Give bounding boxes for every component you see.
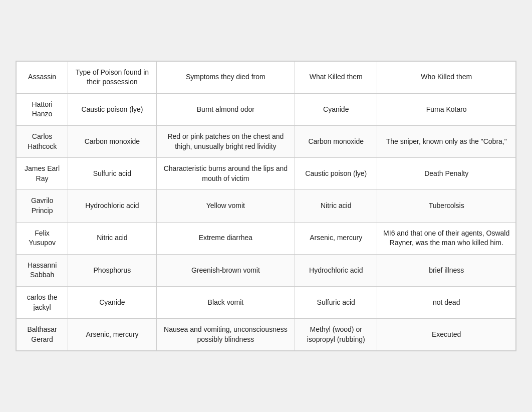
- cell-assassin: James Earl Ray: [17, 158, 68, 190]
- table-row: Gavrilo PrincipHydrochloric acidYellow v…: [17, 190, 516, 222]
- cell-who: Tubercolsis: [377, 190, 516, 222]
- cell-who: brief illness: [377, 254, 516, 286]
- cell-killed_by: Caustic poison (lye): [295, 158, 377, 190]
- table-row: Felix YusupovNitric acidExtreme diarrhea…: [17, 222, 516, 254]
- cell-assassin: Balthasar Gerard: [17, 319, 68, 351]
- cell-assassin: carlos the jackyl: [17, 286, 68, 318]
- cell-killed_by: Carbon monoxide: [295, 126, 377, 158]
- cell-killed_by: Sulfuric acid: [295, 286, 377, 318]
- cell-assassin: Hassanni Sabbah: [17, 254, 68, 286]
- cell-killed_by: Arsenic, mercury: [295, 222, 377, 254]
- header-killed-by: What Killed them: [295, 61, 377, 93]
- cell-poison: Hydrochloric acid: [68, 190, 157, 222]
- table-row: carlos the jackylCyanideBlack vomitSulfu…: [17, 286, 516, 318]
- cell-poison: Arsenic, mercury: [68, 319, 157, 351]
- cell-symptoms: Greenish-brown vomit: [156, 254, 295, 286]
- cell-killed_by: Methyl (wood) or isopropyl (rubbing): [295, 319, 377, 351]
- table-row: Carlos HathcockCarbon monoxideRed or pin…: [17, 126, 516, 158]
- cell-poison: Carbon monoxide: [68, 126, 157, 158]
- assassins-table: Assassin Type of Poison found in their p…: [16, 61, 516, 351]
- cell-assassin: Carlos Hathcock: [17, 126, 68, 158]
- cell-who: Fūma Kotarō: [377, 93, 516, 125]
- header-assassin: Assassin: [17, 61, 68, 93]
- cell-symptoms: Black vomit: [156, 286, 295, 318]
- cell-symptoms: Burnt almond odor: [156, 93, 295, 125]
- cell-symptoms: Extreme diarrhea: [156, 222, 295, 254]
- cell-poison: Caustic poison (lye): [68, 93, 157, 125]
- cell-poison: Sulfuric acid: [68, 158, 157, 190]
- cell-symptoms: Characteristic burns around the lips and…: [156, 158, 295, 190]
- cell-killed_by: Nitric acid: [295, 190, 377, 222]
- cell-assassin: Felix Yusupov: [17, 222, 68, 254]
- header-who-killed: Who Killed them: [377, 61, 516, 93]
- table-row: Hassanni SabbahPhosphorusGreenish-brown …: [17, 254, 516, 286]
- header-symptoms: Symptoms they died from: [156, 61, 295, 93]
- header-poison: Type of Poison found in their possession: [68, 61, 157, 93]
- cell-assassin: Hattori Hanzo: [17, 93, 68, 125]
- cell-killed_by: Cyanide: [295, 93, 377, 125]
- cell-poison: Phosphorus: [68, 254, 157, 286]
- cell-who: The sniper, known only as the "Cobra,": [377, 126, 516, 158]
- main-table-wrapper: Assassin Type of Poison found in their p…: [16, 61, 516, 352]
- cell-poison: Cyanide: [68, 286, 157, 318]
- table-row: James Earl RaySulfuric acidCharacteristi…: [17, 158, 516, 190]
- cell-symptoms: Nausea and vomiting, unconsciousness pos…: [156, 319, 295, 351]
- cell-killed_by: Hydrochloric acid: [295, 254, 377, 286]
- table-header-row: Assassin Type of Poison found in their p…: [17, 61, 516, 93]
- cell-assassin: Gavrilo Princip: [17, 190, 68, 222]
- cell-poison: Nitric acid: [68, 222, 157, 254]
- cell-who: MI6 and that one of their agents, Oswald…: [377, 222, 516, 254]
- table-row: Hattori HanzoCaustic poison (lye)Burnt a…: [17, 93, 516, 125]
- table-row: Balthasar GerardArsenic, mercuryNausea a…: [17, 319, 516, 351]
- cell-symptoms: Red or pink patches on the chest and thi…: [156, 126, 295, 158]
- cell-who: not dead: [377, 286, 516, 318]
- cell-who: Executed: [377, 319, 516, 351]
- cell-symptoms: Yellow vomit: [156, 190, 295, 222]
- cell-who: Death Penalty: [377, 158, 516, 190]
